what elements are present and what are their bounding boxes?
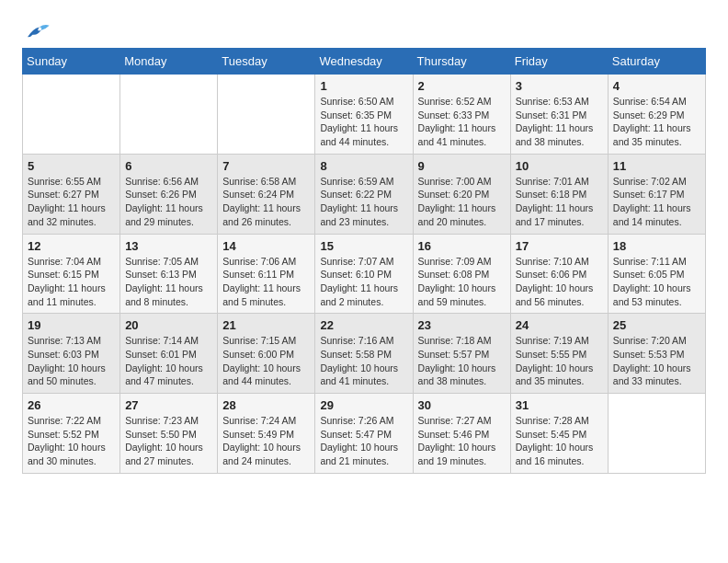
day-info: Sunrise: 7:07 AMSunset: 6:10 PMDaylight:… [320,255,407,309]
day-cell: 6Sunrise: 6:56 AMSunset: 6:26 PMDaylight… [120,154,218,234]
day-header-friday: Friday [510,49,608,75]
day-cell: 2Sunrise: 6:52 AMSunset: 6:33 PMDaylight… [413,75,510,155]
day-number: 26 [28,398,115,412]
day-cell [120,75,218,155]
day-cell: 18Sunrise: 7:11 AMSunset: 6:05 PMDayligh… [608,234,705,314]
day-number: 9 [418,159,506,173]
day-cell: 26Sunrise: 7:22 AMSunset: 5:52 PMDayligh… [23,394,120,474]
day-info: Sunrise: 6:50 AMSunset: 6:35 PMDaylight:… [320,95,407,149]
day-number: 7 [222,159,310,173]
day-info: Sunrise: 7:04 AMSunset: 6:15 PMDaylight:… [28,255,115,309]
day-info: Sunrise: 7:10 AMSunset: 6:06 PMDaylight:… [516,255,603,309]
day-info: Sunrise: 7:24 AMSunset: 5:49 PMDaylight:… [222,414,310,468]
day-info: Sunrise: 7:15 AMSunset: 6:00 PMDaylight:… [222,334,310,388]
day-number: 16 [418,239,506,253]
day-number: 31 [516,398,603,412]
week-row-4: 19Sunrise: 7:13 AMSunset: 6:03 PMDayligh… [23,314,706,394]
header [22,18,706,40]
day-info: Sunrise: 7:26 AMSunset: 5:47 PMDaylight:… [320,414,407,468]
day-info: Sunrise: 7:00 AMSunset: 6:20 PMDaylight:… [418,175,506,229]
day-number: 8 [320,159,407,173]
day-cell: 11Sunrise: 7:02 AMSunset: 6:17 PMDayligh… [608,154,705,234]
day-info: Sunrise: 6:54 AMSunset: 6:29 PMDaylight:… [613,95,700,149]
day-cell: 31Sunrise: 7:28 AMSunset: 5:45 PMDayligh… [510,394,608,474]
day-cell: 14Sunrise: 7:06 AMSunset: 6:11 PMDayligh… [218,234,315,314]
day-cell: 21Sunrise: 7:15 AMSunset: 6:00 PMDayligh… [218,314,315,394]
day-cell: 3Sunrise: 6:53 AMSunset: 6:31 PMDaylight… [510,75,608,155]
day-info: Sunrise: 7:18 AMSunset: 5:57 PMDaylight:… [418,334,506,388]
day-header-wednesday: Wednesday [315,49,413,75]
logo-bird-icon [24,22,50,40]
day-info: Sunrise: 6:52 AMSunset: 6:33 PMDaylight:… [418,95,506,149]
day-number: 1 [320,79,407,93]
day-cell: 12Sunrise: 7:04 AMSunset: 6:15 PMDayligh… [23,234,120,314]
day-number: 6 [125,159,212,173]
day-info: Sunrise: 7:23 AMSunset: 5:50 PMDaylight:… [125,414,212,468]
calendar-table: SundayMondayTuesdayWednesdayThursdayFrid… [22,48,706,474]
day-info: Sunrise: 6:56 AMSunset: 6:26 PMDaylight:… [125,175,212,229]
day-number: 23 [418,318,506,332]
day-number: 5 [28,159,115,173]
day-cell: 19Sunrise: 7:13 AMSunset: 6:03 PMDayligh… [23,314,120,394]
day-number: 17 [516,239,603,253]
day-number: 14 [222,239,310,253]
day-info: Sunrise: 7:13 AMSunset: 6:03 PMDaylight:… [28,334,115,388]
day-cell: 27Sunrise: 7:23 AMSunset: 5:50 PMDayligh… [120,394,218,474]
day-info: Sunrise: 7:28 AMSunset: 5:45 PMDaylight:… [516,414,603,468]
day-info: Sunrise: 7:01 AMSunset: 6:18 PMDaylight:… [516,175,603,229]
day-cell: 30Sunrise: 7:27 AMSunset: 5:46 PMDayligh… [413,394,510,474]
day-info: Sunrise: 6:59 AMSunset: 6:22 PMDaylight:… [320,175,407,229]
day-number: 20 [125,318,212,332]
day-number: 2 [418,79,506,93]
day-cell: 10Sunrise: 7:01 AMSunset: 6:18 PMDayligh… [510,154,608,234]
day-number: 24 [516,318,603,332]
day-header-monday: Monday [120,49,218,75]
day-cell: 23Sunrise: 7:18 AMSunset: 5:57 PMDayligh… [413,314,510,394]
day-header-tuesday: Tuesday [218,49,315,75]
day-cell: 20Sunrise: 7:14 AMSunset: 6:01 PMDayligh… [120,314,218,394]
day-info: Sunrise: 7:09 AMSunset: 6:08 PMDaylight:… [418,255,506,309]
day-cell: 8Sunrise: 6:59 AMSunset: 6:22 PMDaylight… [315,154,413,234]
day-number: 27 [125,398,212,412]
day-cell: 5Sunrise: 6:55 AMSunset: 6:27 PMDaylight… [23,154,120,234]
day-cell: 25Sunrise: 7:20 AMSunset: 5:53 PMDayligh… [608,314,705,394]
day-cell: 17Sunrise: 7:10 AMSunset: 6:06 PMDayligh… [510,234,608,314]
day-cell [218,75,315,155]
day-cell [23,75,120,155]
day-number: 11 [613,159,700,173]
day-cell: 28Sunrise: 7:24 AMSunset: 5:49 PMDayligh… [218,394,315,474]
day-info: Sunrise: 7:19 AMSunset: 5:55 PMDaylight:… [516,334,603,388]
week-row-1: 1Sunrise: 6:50 AMSunset: 6:35 PMDaylight… [23,75,706,155]
day-info: Sunrise: 6:55 AMSunset: 6:27 PMDaylight:… [28,175,115,229]
day-info: Sunrise: 6:53 AMSunset: 6:31 PMDaylight:… [516,95,603,149]
logo [22,22,50,40]
day-number: 19 [28,318,115,332]
header-row: SundayMondayTuesdayWednesdayThursdayFrid… [23,49,706,75]
week-row-5: 26Sunrise: 7:22 AMSunset: 5:52 PMDayligh… [23,394,706,474]
day-number: 22 [320,318,407,332]
day-number: 28 [222,398,310,412]
day-cell [608,394,705,474]
day-header-saturday: Saturday [608,49,705,75]
day-cell: 22Sunrise: 7:16 AMSunset: 5:58 PMDayligh… [315,314,413,394]
day-number: 13 [125,239,212,253]
day-info: Sunrise: 7:16 AMSunset: 5:58 PMDaylight:… [320,334,407,388]
day-info: Sunrise: 7:27 AMSunset: 5:46 PMDaylight:… [418,414,506,468]
week-row-3: 12Sunrise: 7:04 AMSunset: 6:15 PMDayligh… [23,234,706,314]
day-info: Sunrise: 7:06 AMSunset: 6:11 PMDaylight:… [222,255,310,309]
day-number: 3 [516,79,603,93]
day-cell: 24Sunrise: 7:19 AMSunset: 5:55 PMDayligh… [510,314,608,394]
day-info: Sunrise: 7:05 AMSunset: 6:13 PMDaylight:… [125,255,212,309]
day-number: 4 [613,79,700,93]
day-info: Sunrise: 7:14 AMSunset: 6:01 PMDaylight:… [125,334,212,388]
day-info: Sunrise: 7:22 AMSunset: 5:52 PMDaylight:… [28,414,115,468]
day-number: 29 [320,398,407,412]
week-row-2: 5Sunrise: 6:55 AMSunset: 6:27 PMDaylight… [23,154,706,234]
day-number: 25 [613,318,700,332]
day-info: Sunrise: 7:20 AMSunset: 5:53 PMDaylight:… [613,334,700,388]
day-info: Sunrise: 6:58 AMSunset: 6:24 PMDaylight:… [222,175,310,229]
day-cell: 1Sunrise: 6:50 AMSunset: 6:35 PMDaylight… [315,75,413,155]
day-header-thursday: Thursday [413,49,510,75]
day-number: 30 [418,398,506,412]
day-number: 21 [222,318,310,332]
